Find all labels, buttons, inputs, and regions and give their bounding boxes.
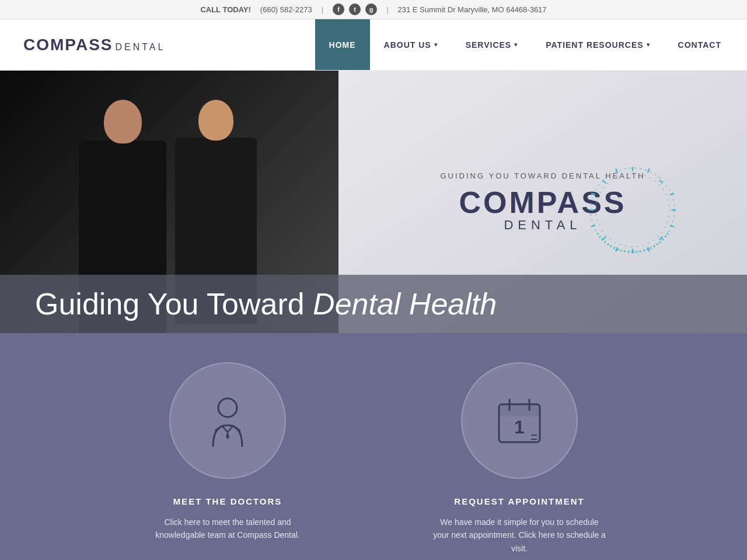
nav-home[interactable]: HOME: [315, 19, 370, 70]
hero-logo-main: COMPASS DENTAL: [459, 187, 626, 233]
meet-doctors-card[interactable]: MEET THE DOCTORS Click here to meet the …: [140, 362, 315, 555]
logo-dental: DENTAL: [116, 42, 166, 52]
svg-rect-20: [499, 404, 540, 416]
meet-doctors-desc: Click here to meet the talented and know…: [140, 516, 315, 542]
request-appointment-desc: We have made it simple for you to schedu…: [432, 516, 607, 555]
svg-line-11: [648, 168, 650, 172]
chevron-down-icon: ▾: [514, 41, 518, 48]
svg-line-8: [602, 236, 605, 239]
svg-line-12: [591, 193, 595, 195]
divider-1: |: [322, 5, 323, 14]
chevron-down-icon: ▾: [434, 41, 438, 48]
request-appointment-circle: 1: [461, 362, 578, 479]
hero-section: GUIDING YOU TOWARD DENTAL HEALTH COMPASS…: [0, 71, 747, 333]
nav-contact[interactable]: CONTACT: [664, 19, 735, 70]
request-appointment-title: REQUEST APPOINTMENT: [454, 496, 584, 506]
svg-point-18: [218, 398, 237, 417]
social-icons: f t g: [333, 4, 377, 15]
call-label: CALL TODAY!: [200, 5, 250, 14]
svg-line-16: [616, 247, 617, 251]
cards-section: MEET THE DOCTORS Click here to meet the …: [0, 333, 747, 560]
divider-2: |: [386, 5, 388, 14]
main-nav: COMPASS DENTAL HOME ABOUT US ▾ SERVICES …: [0, 19, 747, 71]
logo-compass: COMPASS: [23, 36, 113, 54]
phone-number[interactable]: (660) 582-2273: [260, 5, 312, 14]
meet-doctors-circle: [169, 362, 286, 479]
doctor-icon: [198, 391, 257, 450]
svg-text:1: 1: [514, 416, 525, 438]
twitter-icon[interactable]: t: [349, 4, 361, 15]
meet-doctors-title: MEET THE DOCTORS: [173, 496, 282, 506]
svg-line-9: [659, 236, 662, 239]
tagline-normal: Guiding You Toward: [35, 287, 313, 321]
tagline-italic: Dental Health: [313, 287, 497, 321]
chevron-down-icon: ▾: [647, 41, 650, 48]
svg-line-15: [669, 225, 673, 227]
nav-services[interactable]: SERVICES ▾: [452, 19, 532, 70]
hero-logo-area: GUIDING YOU TOWARD DENTAL HEALTH COMPASS…: [441, 172, 645, 233]
nav-items: HOME ABOUT US ▾ SERVICES ▾ PATIENT RESOU…: [315, 19, 735, 70]
svg-line-14: [669, 193, 673, 195]
hero-tagline: Guiding You Toward Dental Health: [35, 287, 497, 321]
svg-line-6: [602, 180, 605, 183]
logo[interactable]: COMPASS DENTAL: [12, 36, 165, 54]
google-icon[interactable]: g: [365, 4, 377, 15]
svg-line-10: [616, 168, 617, 172]
compass-ring-icon: [580, 158, 685, 262]
hero-dental-text: DENTAL: [504, 218, 581, 233]
request-appointment-card[interactable]: 1 REQUEST APPOINTMENT We have made it si…: [432, 362, 607, 555]
svg-line-7: [659, 180, 662, 183]
svg-point-1: [596, 173, 669, 247]
nav-patient-resources[interactable]: PATIENT RESOURCES ▾: [532, 19, 664, 70]
calendar-icon: 1: [490, 391, 549, 450]
address: 231 E Summit Dr Maryville, MO 64468-3617: [398, 5, 547, 14]
nav-about[interactable]: ABOUT US ▾: [370, 19, 452, 70]
svg-line-17: [648, 247, 650, 251]
svg-line-13: [591, 225, 595, 227]
hero-tagline-bar: Guiding You Toward Dental Health: [0, 275, 747, 333]
top-bar: CALL TODAY! (660) 582-2273 | f t g | 231…: [0, 0, 747, 19]
facebook-icon[interactable]: f: [333, 4, 344, 15]
